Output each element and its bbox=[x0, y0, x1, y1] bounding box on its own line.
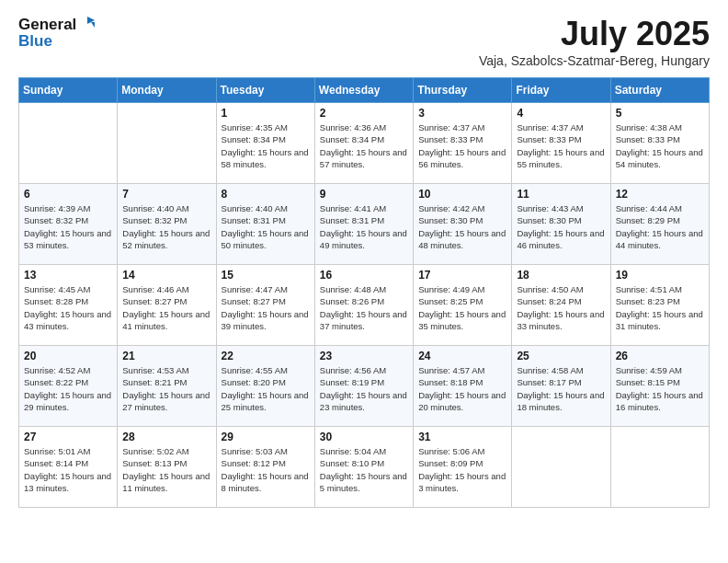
day-info: Sunrise: 4:45 AM Sunset: 8:28 PM Dayligh… bbox=[24, 283, 112, 332]
day-number: 9 bbox=[320, 188, 408, 201]
day-info: Sunrise: 4:39 AM Sunset: 8:32 PM Dayligh… bbox=[24, 202, 112, 251]
day-info: Sunrise: 5:01 AM Sunset: 8:14 PM Dayligh… bbox=[24, 445, 112, 494]
calendar-cell bbox=[610, 427, 709, 508]
calendar-table: SundayMondayTuesdayWednesdayThursdayFrid… bbox=[18, 77, 710, 508]
day-info: Sunrise: 5:06 AM Sunset: 8:09 PM Dayligh… bbox=[418, 445, 506, 494]
day-number: 3 bbox=[418, 107, 506, 120]
day-info: Sunrise: 4:43 AM Sunset: 8:30 PM Dayligh… bbox=[517, 202, 605, 251]
calendar-cell: 19Sunrise: 4:51 AM Sunset: 8:23 PM Dayli… bbox=[610, 265, 709, 346]
day-number: 29 bbox=[222, 431, 310, 443]
weekday-header-saturday: Saturday bbox=[610, 78, 709, 103]
calendar-cell: 27Sunrise: 5:01 AM Sunset: 8:14 PM Dayli… bbox=[19, 427, 118, 508]
day-info: Sunrise: 4:41 AM Sunset: 8:31 PM Dayligh… bbox=[320, 202, 408, 251]
day-number: 22 bbox=[222, 350, 310, 362]
calendar-cell bbox=[118, 103, 216, 184]
calendar-cell: 31Sunrise: 5:06 AM Sunset: 8:09 PM Dayli… bbox=[414, 427, 512, 508]
week-row-5: 27Sunrise: 5:01 AM Sunset: 8:14 PM Dayli… bbox=[19, 427, 710, 508]
day-info: Sunrise: 4:47 AM Sunset: 8:27 PM Dayligh… bbox=[222, 283, 310, 332]
day-number: 13 bbox=[24, 269, 112, 282]
day-number: 4 bbox=[517, 107, 605, 120]
day-number: 10 bbox=[418, 188, 506, 201]
day-info: Sunrise: 4:38 AM Sunset: 8:33 PM Dayligh… bbox=[616, 121, 704, 170]
day-number: 8 bbox=[222, 188, 310, 201]
day-number: 11 bbox=[517, 188, 605, 201]
calendar-cell: 4Sunrise: 4:37 AM Sunset: 8:33 PM Daylig… bbox=[512, 103, 610, 184]
day-info: Sunrise: 5:03 AM Sunset: 8:12 PM Dayligh… bbox=[222, 445, 310, 494]
day-info: Sunrise: 4:46 AM Sunset: 8:27 PM Dayligh… bbox=[122, 283, 210, 332]
calendar-cell: 10Sunrise: 4:42 AM Sunset: 8:30 PM Dayli… bbox=[414, 184, 512, 265]
calendar-cell: 6Sunrise: 4:39 AM Sunset: 8:32 PM Daylig… bbox=[19, 184, 118, 265]
day-info: Sunrise: 4:53 AM Sunset: 8:21 PM Dayligh… bbox=[122, 364, 210, 413]
logo-general: General bbox=[18, 17, 76, 32]
calendar-cell: 28Sunrise: 5:02 AM Sunset: 8:13 PM Dayli… bbox=[118, 427, 216, 508]
day-number: 25 bbox=[517, 350, 605, 362]
day-info: Sunrise: 4:48 AM Sunset: 8:26 PM Dayligh… bbox=[320, 283, 408, 332]
weekday-header-wednesday: Wednesday bbox=[314, 78, 413, 103]
header-row: SundayMondayTuesdayWednesdayThursdayFrid… bbox=[19, 78, 710, 103]
day-number: 21 bbox=[122, 350, 210, 362]
logo-blue: Blue bbox=[18, 33, 97, 49]
weekday-header-friday: Friday bbox=[512, 78, 610, 103]
day-number: 27 bbox=[24, 431, 112, 443]
month-title: July 2025 bbox=[479, 15, 710, 53]
calendar-cell: 29Sunrise: 5:03 AM Sunset: 8:12 PM Dayli… bbox=[216, 427, 314, 508]
day-info: Sunrise: 5:02 AM Sunset: 8:13 PM Dayligh… bbox=[122, 445, 210, 494]
calendar-cell: 5Sunrise: 4:38 AM Sunset: 8:33 PM Daylig… bbox=[610, 103, 709, 184]
day-number: 16 bbox=[320, 269, 408, 282]
calendar-cell: 3Sunrise: 4:37 AM Sunset: 8:33 PM Daylig… bbox=[414, 103, 512, 184]
weekday-header-tuesday: Tuesday bbox=[216, 78, 314, 103]
calendar-cell: 15Sunrise: 4:47 AM Sunset: 8:27 PM Dayli… bbox=[216, 265, 314, 346]
calendar-cell: 7Sunrise: 4:40 AM Sunset: 8:32 PM Daylig… bbox=[118, 184, 216, 265]
weekday-header-monday: Monday bbox=[118, 78, 216, 103]
calendar-cell: 26Sunrise: 4:59 AM Sunset: 8:15 PM Dayli… bbox=[610, 346, 709, 427]
calendar-cell: 17Sunrise: 4:49 AM Sunset: 8:25 PM Dayli… bbox=[414, 265, 512, 346]
day-info: Sunrise: 4:44 AM Sunset: 8:29 PM Dayligh… bbox=[616, 202, 704, 251]
calendar-cell: 24Sunrise: 4:57 AM Sunset: 8:18 PM Dayli… bbox=[414, 346, 512, 427]
calendar-cell: 20Sunrise: 4:52 AM Sunset: 8:22 PM Dayli… bbox=[19, 346, 118, 427]
day-info: Sunrise: 4:51 AM Sunset: 8:23 PM Dayligh… bbox=[616, 283, 704, 332]
weekday-header-sunday: Sunday bbox=[19, 78, 118, 103]
calendar-cell: 13Sunrise: 4:45 AM Sunset: 8:28 PM Dayli… bbox=[19, 265, 118, 346]
title-area: July 2025 Vaja, Szabolcs-Szatmar-Bereg, … bbox=[479, 15, 710, 68]
day-info: Sunrise: 4:40 AM Sunset: 8:31 PM Dayligh… bbox=[222, 202, 310, 251]
day-info: Sunrise: 4:57 AM Sunset: 8:18 PM Dayligh… bbox=[418, 364, 506, 413]
calendar-cell bbox=[19, 103, 118, 184]
day-number: 1 bbox=[222, 107, 310, 120]
day-number: 20 bbox=[24, 350, 112, 362]
day-info: Sunrise: 4:40 AM Sunset: 8:32 PM Dayligh… bbox=[122, 202, 210, 251]
day-info: Sunrise: 4:42 AM Sunset: 8:30 PM Dayligh… bbox=[418, 202, 506, 251]
day-number: 12 bbox=[616, 188, 704, 201]
calendar-cell: 8Sunrise: 4:40 AM Sunset: 8:31 PM Daylig… bbox=[216, 184, 314, 265]
logo: General Blue bbox=[18, 15, 97, 49]
day-info: Sunrise: 4:59 AM Sunset: 8:15 PM Dayligh… bbox=[616, 364, 704, 413]
day-number: 19 bbox=[616, 269, 704, 282]
day-info: Sunrise: 4:37 AM Sunset: 8:33 PM Dayligh… bbox=[418, 121, 506, 170]
day-info: Sunrise: 4:37 AM Sunset: 8:33 PM Dayligh… bbox=[517, 121, 605, 170]
calendar-cell: 9Sunrise: 4:41 AM Sunset: 8:31 PM Daylig… bbox=[314, 184, 413, 265]
calendar-cell: 16Sunrise: 4:48 AM Sunset: 8:26 PM Dayli… bbox=[314, 265, 413, 346]
calendar-cell bbox=[512, 427, 610, 508]
day-number: 2 bbox=[320, 107, 408, 120]
logo-svg: General Blue bbox=[18, 15, 97, 49]
calendar-cell: 2Sunrise: 4:36 AM Sunset: 8:34 PM Daylig… bbox=[314, 103, 413, 184]
calendar-cell: 1Sunrise: 4:35 AM Sunset: 8:34 PM Daylig… bbox=[216, 103, 314, 184]
day-number: 17 bbox=[418, 269, 506, 282]
day-number: 6 bbox=[24, 188, 112, 201]
day-info: Sunrise: 4:36 AM Sunset: 8:34 PM Dayligh… bbox=[320, 121, 408, 170]
day-info: Sunrise: 4:50 AM Sunset: 8:24 PM Dayligh… bbox=[517, 283, 605, 332]
calendar-cell: 22Sunrise: 4:55 AM Sunset: 8:20 PM Dayli… bbox=[216, 346, 314, 427]
week-row-4: 20Sunrise: 4:52 AM Sunset: 8:22 PM Dayli… bbox=[19, 346, 710, 427]
day-number: 24 bbox=[418, 350, 506, 362]
weekday-header-thursday: Thursday bbox=[414, 78, 512, 103]
day-number: 5 bbox=[616, 107, 704, 120]
week-row-1: 1Sunrise: 4:35 AM Sunset: 8:34 PM Daylig… bbox=[19, 103, 710, 184]
day-number: 23 bbox=[320, 350, 408, 362]
day-info: Sunrise: 4:52 AM Sunset: 8:22 PM Dayligh… bbox=[24, 364, 112, 413]
day-number: 7 bbox=[122, 188, 210, 201]
calendar-cell: 14Sunrise: 4:46 AM Sunset: 8:27 PM Dayli… bbox=[118, 265, 216, 346]
day-number: 30 bbox=[320, 431, 408, 443]
day-number: 14 bbox=[122, 269, 210, 282]
day-number: 31 bbox=[418, 431, 506, 443]
calendar-cell: 18Sunrise: 4:50 AM Sunset: 8:24 PM Dayli… bbox=[512, 265, 610, 346]
logo-flag-icon bbox=[78, 15, 97, 33]
